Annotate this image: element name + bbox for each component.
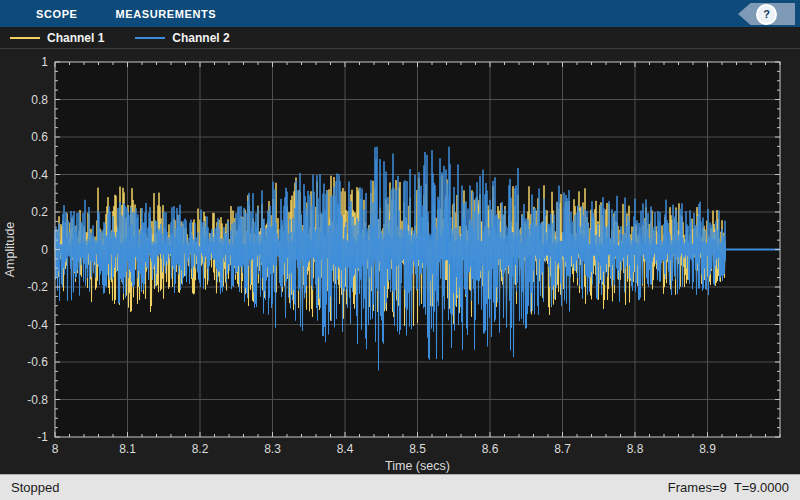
x-tick-label: 8.5 bbox=[409, 442, 426, 456]
legend: Channel 1 Channel 2 bbox=[0, 27, 800, 49]
y-tick-label: 0.6 bbox=[31, 130, 48, 144]
tab-measurements[interactable]: MEASUREMENTS bbox=[97, 0, 236, 27]
y-tick-label: -1 bbox=[37, 430, 48, 444]
x-tick-label: 8.6 bbox=[482, 442, 499, 456]
x-tick-label: 8.3 bbox=[264, 442, 281, 456]
y-tick-label: -0.2 bbox=[27, 280, 48, 294]
channel-2-color-swatch bbox=[135, 37, 165, 39]
status-bar: Stopped Frames=9 T=9.0000 bbox=[0, 474, 800, 500]
status-frames-time: Frames=9 T=9.0000 bbox=[668, 480, 789, 495]
y-tick-label: -0.6 bbox=[27, 355, 48, 369]
help-banner: ? bbox=[738, 3, 795, 25]
y-tick-label: -0.8 bbox=[27, 393, 48, 407]
waveform-plot[interactable]: 88.18.28.38.48.58.68.78.88.9-1-0.8-0.6-0… bbox=[0, 49, 800, 474]
legend-item-channel-1[interactable]: Channel 1 bbox=[10, 31, 104, 45]
channel-2-label: Channel 2 bbox=[172, 31, 229, 45]
channel-1-label: Channel 1 bbox=[47, 31, 104, 45]
x-axis-label: Time (secs) bbox=[385, 459, 450, 473]
y-tick-label: 0.4 bbox=[31, 168, 48, 182]
y-tick-label: 1 bbox=[41, 55, 48, 69]
x-tick-label: 8 bbox=[52, 442, 59, 456]
x-tick-label: 8.9 bbox=[699, 442, 716, 456]
y-tick-label: 0.2 bbox=[31, 205, 48, 219]
x-tick-label: 8.4 bbox=[337, 442, 354, 456]
legend-item-channel-2[interactable]: Channel 2 bbox=[135, 31, 229, 45]
y-tick-label: 0.8 bbox=[31, 93, 48, 107]
x-tick-label: 8.7 bbox=[554, 442, 571, 456]
channel-1-color-swatch bbox=[10, 37, 40, 39]
y-tick-label: 0 bbox=[41, 243, 48, 257]
y-axis-label: Amplitude bbox=[3, 222, 17, 278]
y-tick-label: -0.4 bbox=[27, 318, 48, 332]
x-tick-label: 8.8 bbox=[627, 442, 644, 456]
chart-region: 88.18.28.38.48.58.68.78.88.9-1-0.8-0.6-0… bbox=[0, 49, 800, 474]
status-playback-state: Stopped bbox=[11, 480, 59, 495]
tab-scope[interactable]: SCOPE bbox=[17, 0, 97, 27]
tab-bar: SCOPE MEASUREMENTS ? bbox=[0, 0, 800, 27]
x-tick-label: 8.1 bbox=[119, 442, 136, 456]
time-scope-window: SCOPE MEASUREMENTS ? Channel 1 Channel 2… bbox=[0, 0, 800, 500]
x-tick-label: 8.2 bbox=[192, 442, 209, 456]
help-icon[interactable]: ? bbox=[756, 4, 777, 25]
